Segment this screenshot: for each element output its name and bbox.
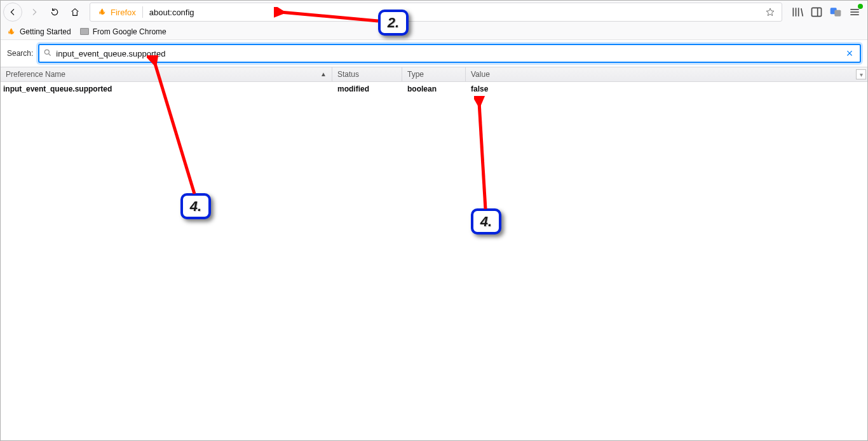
bookmark-from-chrome[interactable]: From Google Chrome	[80, 27, 166, 36]
column-picker-icon[interactable]: ▾	[856, 69, 866, 79]
column-value[interactable]: Value	[466, 67, 867, 81]
cell-status: modified	[332, 85, 402, 93]
column-label: Value	[471, 70, 490, 79]
column-preference-name[interactable]: Preference Name ▲	[1, 67, 332, 81]
browser-toolbar: Firefox about:config	[1, 1, 867, 24]
config-table-header: Preference Name ▲ Status Type Value ▾	[1, 67, 867, 82]
firefox-flame-icon	[7, 27, 16, 36]
bookmark-label: Getting Started	[20, 27, 71, 36]
search-label: Search:	[7, 49, 33, 58]
bookmark-getting-started[interactable]: Getting Started	[7, 27, 71, 36]
folder-icon	[80, 28, 89, 35]
annotation-arrow	[474, 96, 499, 214]
search-box[interactable]: ×	[38, 44, 861, 63]
search-icon	[43, 48, 52, 59]
menu-button[interactable]	[848, 6, 861, 18]
search-input[interactable]	[56, 45, 843, 62]
bookmarks-bar: Getting Started From Google Chrome	[1, 24, 867, 40]
translate-icon[interactable]	[829, 6, 842, 18]
reload-button[interactable]	[45, 3, 64, 22]
clear-search-icon[interactable]: ×	[843, 47, 856, 60]
identity-label: Firefox	[111, 8, 136, 17]
back-button[interactable]	[3, 3, 22, 22]
library-icon[interactable]	[791, 6, 804, 18]
column-label: Status	[337, 70, 359, 79]
update-dot-icon	[858, 4, 863, 9]
config-table-body: input_event_queue.supported modified boo…	[1, 82, 867, 96]
svg-line-8	[49, 53, 51, 55]
firefox-flame-icon	[98, 8, 107, 17]
svg-line-14	[479, 102, 485, 209]
cell-pref-name: input_event_queue.supported	[1, 85, 332, 93]
sort-asc-icon: ▲	[320, 71, 327, 78]
annotation-badge-4: 4.	[471, 208, 501, 234]
bookmark-star-icon[interactable]	[761, 7, 779, 17]
identity-chip[interactable]: Firefox	[93, 5, 141, 19]
url-separator	[142, 6, 143, 18]
annotation-badge-4: 4.	[180, 193, 211, 219]
cell-value: false	[466, 85, 867, 93]
cell-type: boolean	[402, 85, 466, 93]
column-label: Preference Name	[6, 70, 65, 79]
column-label: Type	[407, 70, 424, 79]
home-button[interactable]	[65, 3, 85, 22]
config-search-row: Search: ×	[1, 40, 867, 67]
column-status[interactable]: Status	[332, 67, 402, 81]
svg-point-7	[45, 50, 50, 54]
toolbar-right-icons	[787, 6, 865, 18]
url-bar[interactable]: Firefox about:config	[90, 3, 782, 22]
sidebar-icon[interactable]	[810, 6, 823, 18]
bookmark-label: From Google Chrome	[93, 27, 166, 36]
svg-rect-0	[812, 8, 822, 16]
table-row[interactable]: input_event_queue.supported modified boo…	[1, 82, 867, 96]
svg-rect-3	[834, 10, 841, 17]
column-type[interactable]: Type	[402, 67, 466, 81]
url-text[interactable]: about:config	[144, 8, 761, 17]
forward-button	[25, 3, 44, 22]
